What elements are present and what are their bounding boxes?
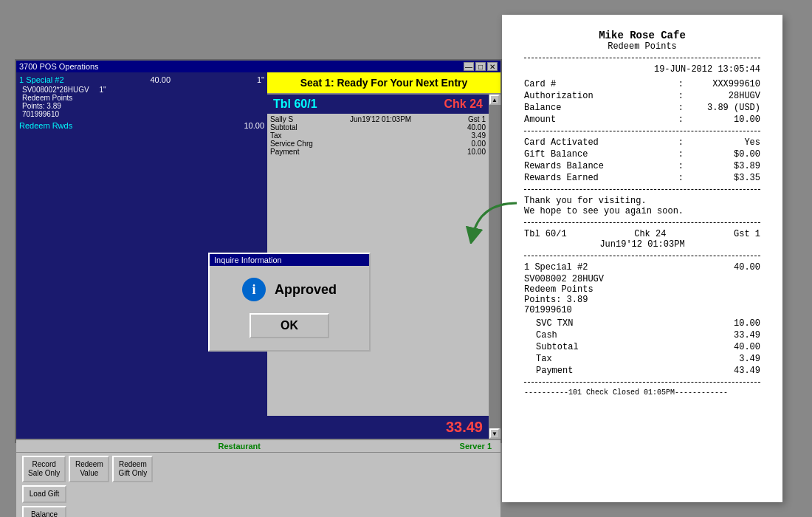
inquire-body: i Approved OK [210, 266, 369, 350]
balance-label: Balance [524, 103, 675, 113]
total-display: 33.49 [267, 416, 489, 439]
card-label: Card # [524, 79, 675, 89]
auth-value: 28HUGV [687, 91, 760, 101]
rewards-earned-label: Rewards Earned [524, 173, 675, 183]
order-item-1: 1 Special #2 40.00 1" [19, 75, 264, 84]
redeem-value-button[interactable]: Redeem Value [69, 456, 109, 482]
svc-txn-row: SVC TXN 10.00 [524, 318, 760, 329]
arrow-overlay [465, 199, 524, 244]
rewards-balance-label: Rewards Balance [524, 161, 675, 171]
server-label: Server 1 [460, 442, 498, 451]
inquire-dialog: Inquire Information i Approved OK [208, 253, 371, 352]
load-gift-button[interactable]: Load Gift [22, 485, 66, 503]
pos-bottom: Restaurant Server 1 Record Sale Only Red… [16, 439, 500, 517]
receipt-date-time: 19-JUN-2012 13:05:44 [524, 64, 760, 75]
pos-titlebar-controls[interactable]: — □ ✕ [464, 62, 498, 71]
order-rows: Subtotal 40.00 Tax 3.49 Service Chrg 0.0… [270, 123, 486, 156]
gift-balance-row: Gift Balance : $0.00 [524, 149, 760, 160]
order-item-name: 1 Special #2 [19, 75, 64, 84]
receipt-tbl: Tbl 60/1 [524, 229, 567, 239]
order-item-points: Points: 3.89 [22, 102, 264, 110]
inquire-icon-row: i Approved [221, 278, 357, 301]
receipt-divider-4 [524, 222, 760, 223]
auth-label: Authorization [524, 91, 675, 101]
subtotal-val: 40.00 [467, 123, 486, 131]
item-name-row: 1 Special #2 40.00 [524, 262, 760, 273]
amount-row: Amount : 10.00 [524, 114, 760, 125]
card-activated-row: Card Activated : Yes [524, 137, 760, 148]
order-detail-header: Sally S Jun19'12 01:03PM Gst 1 [270, 115, 486, 123]
order-rwds-name: Redeem Rwds [19, 121, 72, 130]
order-date: Jun19'12 01:03PM [350, 115, 411, 123]
restaurant-label: Restaurant [166, 442, 313, 451]
receipt-datetime: 19-JUN-2012 13:05:44 [524, 64, 760, 75]
cash-row: Cash 33.49 [524, 330, 760, 340]
payment-row: Payment 10.00 [270, 148, 486, 156]
receipt-tax-value: 3.49 [739, 354, 760, 364]
receipt-divider-3 [524, 189, 760, 190]
receipt-divider-2 [524, 131, 760, 131]
scroll-up[interactable]: ▲ [489, 95, 500, 105]
cash-value: 33.49 [734, 330, 760, 340]
scroll-down[interactable]: ▼ [489, 428, 500, 439]
service-row: Service Chrg 0.00 [270, 140, 486, 148]
amount-value: 10.00 [687, 114, 760, 125]
thank-you-1: Thank you for visiting. [524, 196, 760, 206]
close-button[interactable]: ✕ [487, 62, 498, 71]
pos-titlebar: 3700 POS Operations — □ ✕ [16, 61, 500, 72]
receipt-gst: Gst 1 [734, 229, 760, 239]
receipt-subtitle: Redeem Points [524, 41, 760, 52]
order-rwds-price: 10.00 [244, 121, 264, 130]
receipt-divider-6 [524, 382, 760, 383]
receipt-cafe-name: Mike Rose Cafe [524, 30, 760, 41]
order-item-price: 40.00 [150, 75, 171, 84]
auth-row: Authorization : 28HUGV [524, 91, 760, 101]
cash-label: Cash [524, 330, 557, 340]
order-item-redeem-points: Redeem Points [22, 94, 264, 102]
receipt-divider-5 [524, 256, 760, 256]
item-name: 1 Special #2 [524, 262, 588, 273]
inquire-titlebar: Inquire Information [210, 254, 369, 266]
balance-inquiry-button[interactable]: Balance Inquiry [22, 506, 66, 517]
seat-header: Seat 1: Ready For Your Next Entry [267, 72, 500, 95]
svc-txn-value: 10.00 [734, 318, 760, 329]
receipt-subtotal-value: 40.00 [734, 342, 760, 352]
receipt-header: Mike Rose Cafe Redeem Points [524, 30, 760, 52]
maximize-button[interactable]: □ [475, 62, 486, 71]
item-price: 40.00 [734, 262, 760, 273]
ok-button[interactable]: OK [250, 313, 329, 338]
order-item-sv: SV008002*28HUGV 1" [22, 86, 264, 94]
balance-row: Balance : 3.89 (USD) [524, 103, 760, 113]
redeem-gift-button[interactable]: Redeem Gift Only [112, 456, 153, 482]
card-value: XXX999610 [687, 79, 760, 89]
rewards-earned-value: $3.35 [687, 173, 760, 183]
button-row1: Record Sale Only Redeem Value Redeem Gif… [16, 453, 500, 485]
card-activated-value: Yes [687, 137, 760, 148]
receipt-footer: ----------101 Check Closed 01:05PM------… [524, 388, 760, 397]
item-redeem: Redeem Points [524, 284, 760, 295]
tax-val: 3.49 [472, 131, 486, 140]
thank-you-2: We hope to see you again soon. [524, 206, 760, 216]
card-activated-label: Card Activated [524, 137, 675, 148]
tax-row: Tax 3.49 [270, 131, 486, 140]
rewards-balance-row: Rewards Balance : $3.89 [524, 161, 760, 171]
receipt-payment-value: 43.49 [734, 366, 760, 376]
table-info: Tbl 60/1 Chk 24 [267, 95, 489, 114]
right-scroll[interactable]: ▲ ▼ [489, 95, 500, 439]
total-value: 33.49 [446, 419, 483, 435]
dialog-title: Inquire Information [214, 256, 282, 264]
server-name: Sally S [270, 115, 293, 123]
minimize-button[interactable]: — [464, 62, 474, 71]
subtotal-label: Subtotal [270, 123, 297, 131]
record-sale-button[interactable]: Record Sale Only [22, 456, 66, 482]
pos-title: 3700 POS Operations [19, 62, 99, 71]
receipt-date2: Jun19'12 01:03PM [524, 239, 760, 250]
service-label: Service Chrg [270, 140, 313, 148]
info-icon: i [242, 278, 266, 301]
guest-num: Gst 1 [468, 115, 486, 123]
receipt-tbl-row: Tbl 60/1 Chk 24 Gst 1 [524, 229, 760, 239]
amount-label: Amount [524, 114, 675, 125]
chk-num: Chk 24 [444, 97, 483, 111]
rewards-balance-value: $3.89 [687, 161, 760, 171]
payment-label: Payment [270, 148, 299, 156]
